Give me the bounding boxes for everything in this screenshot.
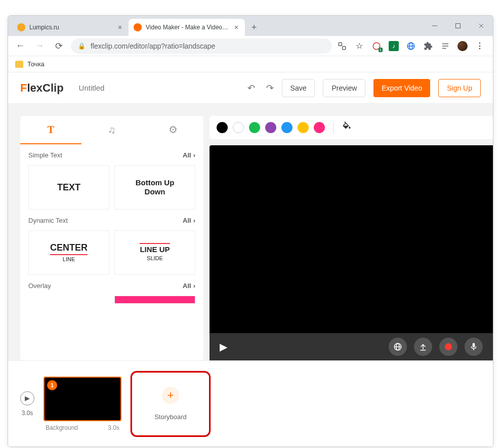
back-button[interactable]: ← (13, 39, 27, 53)
svg-rect-5 (343, 46, 346, 49)
chevron-right-icon: › (193, 151, 195, 159)
app-body: T ♫ ⚙ Simple Text All› TEXT Bottom Up Do… (8, 104, 493, 446)
color-swatch-pink[interactable] (314, 122, 325, 133)
timeline-play-button[interactable]: ▶ (20, 391, 34, 405)
sign-up-button[interactable]: Sign Up (438, 79, 481, 97)
web-source-button[interactable] (389, 338, 407, 356)
profile-avatar[interactable] (457, 41, 468, 51)
close-icon[interactable]: × (233, 24, 240, 31)
bookmark-tochka[interactable]: Точка (27, 60, 45, 68)
section-overlay: Overlay All› (20, 275, 203, 304)
favicon-icon (17, 23, 25, 31)
bookmarks-bar: Точка (8, 56, 493, 72)
section-title: Dynamic Text (28, 217, 68, 224)
see-all-link[interactable]: All› (183, 151, 195, 159)
color-swatch-white[interactable] (233, 122, 244, 133)
address-bar: ← → ⟳ 🔒 flexclip.com/editor/app?ratio=la… (8, 36, 493, 56)
music-ext-icon[interactable]: ♪ (389, 41, 399, 51)
reload-button[interactable]: ⟳ (52, 39, 66, 53)
text-icon: T (48, 124, 54, 136)
section-simple-text: Simple Text All› TEXT Bottom Up Down (20, 144, 203, 210)
storyboard-clip[interactable]: 1 Background 3.0s (44, 377, 121, 431)
left-panel: T ♫ ⚙ Simple Text All› TEXT Bottom Up Do… (20, 116, 203, 360)
browser-tab-lumpics[interactable]: Lumpics.ru × (12, 19, 129, 36)
color-swatch-purple[interactable] (265, 122, 276, 133)
close-icon[interactable]: × (116, 24, 123, 31)
maximize-button[interactable] (446, 16, 470, 36)
tab-strip: Lumpics.ru × Video Maker - Make a Video … (8, 16, 263, 36)
minimize-button[interactable] (423, 16, 446, 36)
see-all-link[interactable]: All› (183, 217, 195, 224)
svg-rect-1 (456, 24, 461, 28)
separator (333, 121, 333, 134)
gear-icon: ⚙ (169, 124, 178, 136)
url-text: flexclip.com/editor/app?ratio=landscape (91, 42, 215, 50)
url-field[interactable]: 🔒 flexclip.com/editor/app?ratio=landscap… (71, 38, 332, 54)
see-all-link[interactable]: All› (183, 282, 195, 290)
record-button[interactable] (439, 338, 457, 356)
globe-ext-icon[interactable] (406, 41, 416, 51)
add-storyboard-button[interactable]: + Storyboard (131, 371, 211, 437)
clip-number-badge: 1 (47, 380, 57, 390)
title-bar: Lumpics.ru × Video Maker - Make a Video … (8, 16, 493, 36)
adblock-icon[interactable]: 1 (371, 41, 382, 51)
close-button[interactable] (470, 16, 493, 36)
tab-title: Lumpics.ru (29, 24, 113, 31)
music-tab[interactable]: ♫ (81, 116, 143, 144)
color-swatch-black[interactable] (217, 122, 228, 133)
translate-icon[interactable] (337, 41, 347, 51)
video-canvas[interactable]: ▶ (210, 145, 493, 360)
lock-icon: 🔒 (78, 43, 86, 50)
export-video-button[interactable]: Export Video (373, 79, 430, 97)
browser-tab-flexclip[interactable]: Video Maker - Make a Video for × (129, 19, 245, 36)
extensions-row: ☆ 1 ♪ ⋮ (337, 41, 488, 51)
plus-icon: + (162, 387, 179, 404)
record-icon (445, 343, 452, 350)
timeline-duration: 3.0s (22, 410, 33, 417)
clip-name: Background (46, 424, 78, 431)
play-button[interactable]: ▶ (220, 341, 227, 353)
browser-window: Lumpics.ru × Video Maker - Make a Video … (8, 15, 493, 447)
upload-button[interactable] (414, 338, 432, 356)
folder-icon (15, 61, 23, 68)
add-storyboard-label: Storyboard (154, 413, 187, 421)
app-header: FlexClip Untitled ↶ ↷ Save Preview Expor… (8, 72, 493, 104)
window-controls (423, 16, 493, 36)
microphone-button[interactable] (465, 338, 483, 356)
new-tab-button[interactable]: + (247, 20, 261, 34)
timeline: ▶ 3.0s 1 Background 3.0s + Storyboard (8, 360, 493, 446)
text-tab[interactable]: T (20, 116, 81, 144)
text-template-center-line[interactable]: CENTER LINE (28, 230, 109, 275)
canvas-area: ▶ (210, 116, 493, 360)
favicon-icon (134, 23, 142, 31)
preview-button[interactable]: Preview (323, 79, 365, 97)
header-actions: ↶ ↷ Save Preview Export Video Sign Up (247, 79, 481, 97)
undo-button[interactable]: ↶ (247, 83, 255, 94)
chevron-right-icon: › (193, 217, 195, 224)
extensions-icon[interactable] (423, 41, 433, 51)
clip-duration: 3.0s (108, 424, 119, 431)
save-button[interactable]: Save (282, 79, 315, 97)
redo-button[interactable]: ↷ (266, 83, 274, 94)
text-template-line-up-slide[interactable]: LINE UP SLIDE (114, 230, 195, 275)
color-swatch-green[interactable] (249, 122, 260, 133)
fill-tool-icon[interactable] (342, 121, 352, 134)
overlay-template[interactable] (114, 296, 195, 304)
star-icon[interactable]: ☆ (354, 41, 364, 51)
settings-tab[interactable]: ⚙ (142, 116, 203, 144)
section-title: Simple Text (28, 151, 62, 159)
section-title: Overlay (28, 282, 51, 290)
panel-tabs: T ♫ ⚙ (20, 116, 203, 144)
color-swatch-yellow[interactable] (298, 122, 309, 133)
forward-button[interactable]: → (32, 39, 47, 53)
canvas-controls: ▶ (210, 333, 493, 360)
text-template-text[interactable]: TEXT (28, 165, 109, 210)
text-template-bottom-up-down[interactable]: Bottom Up Down (114, 165, 195, 210)
color-swatch-blue[interactable] (281, 122, 293, 133)
project-title[interactable]: Untitled (79, 84, 105, 92)
flexclip-logo[interactable]: FlexClip (20, 82, 64, 95)
menu-icon[interactable]: ⋮ (475, 41, 485, 51)
music-icon: ♫ (108, 124, 116, 136)
reading-list-icon[interactable] (440, 41, 450, 51)
chevron-right-icon: › (193, 282, 195, 290)
